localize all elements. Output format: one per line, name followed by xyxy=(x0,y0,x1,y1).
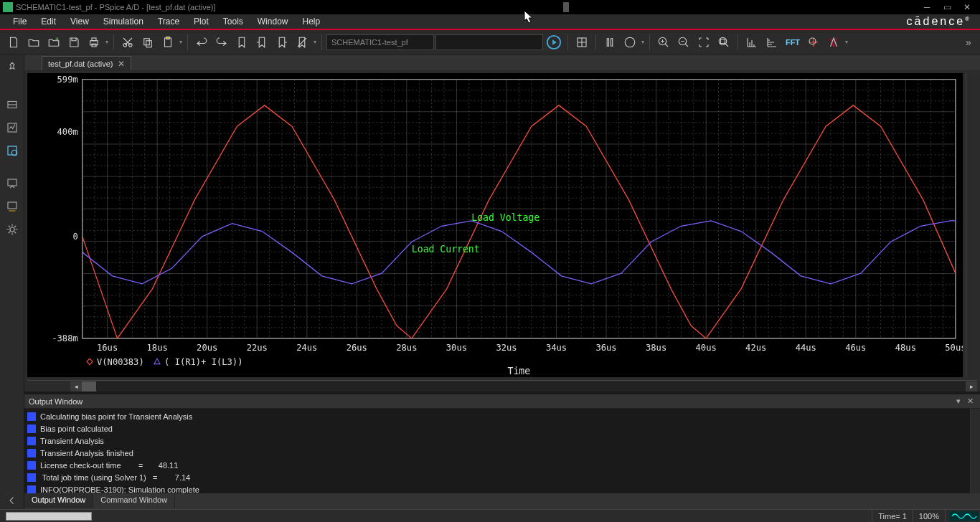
svg-rect-6 xyxy=(146,40,152,47)
perf-analysis-button[interactable] xyxy=(824,33,843,52)
maximize-button[interactable]: ▭ xyxy=(937,1,957,14)
output-tab-output[interactable]: Output Window xyxy=(24,494,93,508)
svg-text:50us: 50us xyxy=(945,342,963,353)
zoom-area-button[interactable] xyxy=(694,33,713,52)
svg-text:400m: 400m xyxy=(57,125,78,136)
svg-text:30us: 30us xyxy=(446,342,467,353)
stop-button[interactable] xyxy=(621,33,639,52)
add-trace-icon[interactable] xyxy=(4,96,21,113)
copy-button[interactable] xyxy=(138,33,157,52)
fft-button[interactable]: FFT xyxy=(783,33,803,52)
menu-tools[interactable]: Tools xyxy=(216,15,250,28)
undo-button[interactable] xyxy=(192,33,211,52)
toolbar-dropdown-3[interactable]: ▾ xyxy=(313,33,317,52)
output-line: Calculating bias point for Transient Ana… xyxy=(24,410,980,422)
prev-bookmark-button[interactable] xyxy=(253,33,271,52)
print-button[interactable] xyxy=(85,33,103,52)
status-progress xyxy=(6,512,92,521)
settings-icon[interactable] xyxy=(4,221,21,238)
status-time: Time= 1 xyxy=(872,510,913,522)
close-button[interactable]: ✕ xyxy=(957,1,977,14)
svg-rect-24 xyxy=(8,202,17,209)
plot-area[interactable]: 599m400m0-388m16us18us20us22us24us26us28… xyxy=(27,73,963,377)
mark-label-icon[interactable] xyxy=(4,175,21,192)
toolbar-dropdown-5[interactable]: ▾ xyxy=(844,33,849,52)
svg-text:26us: 26us xyxy=(347,342,367,353)
next-bookmark-button[interactable] xyxy=(273,33,291,52)
log-x-button[interactable] xyxy=(743,33,761,52)
svg-text:V(N00383): V(N00383) xyxy=(97,356,144,366)
cursor-button[interactable] xyxy=(804,33,823,52)
append-file-button[interactable] xyxy=(44,33,63,52)
toolbar-dropdown-2[interactable]: ▾ xyxy=(179,33,183,52)
clear-bookmarks-button[interactable] xyxy=(293,33,311,52)
output-tabbar: Output Window Command Window xyxy=(24,493,980,509)
probe-cursor-icon[interactable] xyxy=(4,142,21,159)
menu-edit[interactable]: Edit xyxy=(34,15,63,28)
svg-text:24us: 24us xyxy=(296,342,317,353)
svg-text:-388m: -388m xyxy=(52,333,77,343)
menu-help[interactable]: Help xyxy=(295,15,327,28)
pause-button[interactable] xyxy=(600,33,619,52)
tab-close-icon[interactable]: ✕ xyxy=(118,59,125,69)
output-close-icon[interactable]: ✕ xyxy=(964,397,976,406)
statusbar: Time= 1 100% xyxy=(0,509,980,522)
log-y-button[interactable] xyxy=(763,33,781,52)
plot-vertical-scrollbar[interactable] xyxy=(966,73,977,377)
new-file-button[interactable] xyxy=(4,33,23,52)
menu-window[interactable]: Window xyxy=(250,15,296,28)
pin-tool-icon[interactable] xyxy=(4,59,21,76)
schematic-name-input[interactable] xyxy=(326,34,434,50)
output-tab-command[interactable]: Command Window xyxy=(93,494,175,508)
svg-text:Load Current: Load Current xyxy=(412,242,480,255)
redo-button[interactable] xyxy=(212,33,231,52)
window-title: SCHEMATIC1-test_pf - PSpice A/D - [test_… xyxy=(16,3,216,11)
output-header: Output Window ▾ ✕ xyxy=(24,394,980,409)
titlebar-grip[interactable] xyxy=(563,2,569,12)
zoom-out-button[interactable] xyxy=(674,33,693,52)
toggle-cursor-icon[interactable] xyxy=(4,198,21,215)
view-results-button[interactable] xyxy=(573,33,591,52)
svg-text:22us: 22us xyxy=(247,342,268,353)
menu-plot[interactable]: Plot xyxy=(187,15,216,28)
svg-text:38us: 38us xyxy=(646,342,666,353)
toolbar: ▾ ▾ ▾ ▾ FFT ▾ » xyxy=(0,30,980,54)
toolbar-dropdown-1[interactable]: ▾ xyxy=(105,33,109,52)
collapse-sidebar-icon[interactable] xyxy=(4,492,21,509)
svg-rect-26 xyxy=(27,73,963,377)
svg-rect-0 xyxy=(90,40,98,44)
open-file-button[interactable] xyxy=(24,33,43,52)
minimize-button[interactable]: ─ xyxy=(917,1,937,14)
svg-text:( I(R1)+ I(L3)): ( I(R1)+ I(L3)) xyxy=(164,356,242,366)
simulation-profile-input[interactable] xyxy=(435,34,543,50)
svg-text:0: 0 xyxy=(72,231,77,242)
plot-horizontal-scrollbar[interactable]: ◂ ▸ xyxy=(27,380,977,392)
save-button[interactable] xyxy=(65,33,83,52)
menubar: FileEditViewSimulationTracePlotToolsWind… xyxy=(0,14,980,30)
output-line: Total job time (using Solver 1) = 7.14 xyxy=(24,471,980,483)
eval-measure-icon[interactable] xyxy=(4,119,21,136)
output-title: Output Window xyxy=(29,397,83,406)
svg-point-13 xyxy=(625,37,635,47)
output-menu-icon[interactable]: ▾ xyxy=(953,397,964,406)
hscroll-thumb[interactable] xyxy=(82,381,96,392)
svg-point-25 xyxy=(10,227,14,232)
brand-logo: cādence® xyxy=(907,15,974,28)
menu-view[interactable]: View xyxy=(63,15,96,28)
svg-rect-8 xyxy=(166,37,170,39)
zoom-in-button[interactable] xyxy=(654,33,673,52)
paste-button[interactable] xyxy=(159,33,177,52)
menu-simulation[interactable]: Simulation xyxy=(96,15,151,28)
menu-trace[interactable]: Trace xyxy=(151,15,187,28)
zoom-fit-button[interactable] xyxy=(715,33,733,52)
toolbar-dropdown-4[interactable]: ▾ xyxy=(641,33,645,52)
output-scrollbar[interactable] xyxy=(970,409,980,493)
cut-button[interactable] xyxy=(118,33,137,52)
document-tab[interactable]: test_pf.dat (active) ✕ xyxy=(42,56,131,70)
svg-text:18us: 18us xyxy=(147,342,168,353)
tab-label: test_pf.dat (active) xyxy=(48,60,113,68)
run-button[interactable] xyxy=(545,33,563,52)
menu-file[interactable]: File xyxy=(6,15,34,28)
toolbar-overflow[interactable]: » xyxy=(961,37,976,48)
bookmark-button[interactable] xyxy=(232,33,251,52)
